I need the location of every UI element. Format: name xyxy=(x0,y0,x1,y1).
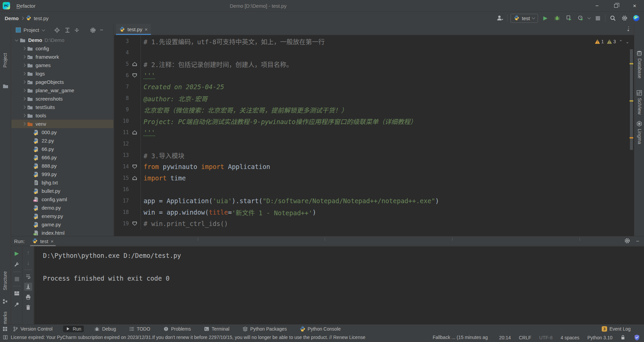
chevron-down-icon[interactable] xyxy=(42,28,45,31)
run-tab-test[interactable]: test × xyxy=(29,236,57,246)
warning-stripe-mark[interactable] xyxy=(630,100,633,102)
close-run-tab-icon[interactable]: × xyxy=(51,238,54,244)
run-button[interactable]: ▶ xyxy=(541,14,550,22)
tree-item-999-py[interactable]: 999.py xyxy=(11,170,114,178)
chevron-right-icon[interactable] xyxy=(21,98,27,100)
fold-marker-icon[interactable] xyxy=(129,130,141,134)
prev-warning-icon[interactable]: ⌃ xyxy=(619,39,623,44)
chevron-right-icon[interactable] xyxy=(21,81,27,83)
tree-item-index-html[interactable]: 5index.html xyxy=(11,229,114,236)
next-warning-icon[interactable]: ⌄ xyxy=(626,39,629,44)
license-message[interactable]: License expired: Your PyCharm subscripti… xyxy=(11,335,365,340)
line-number[interactable]: 8 xyxy=(114,95,129,101)
lock-icon[interactable] xyxy=(621,334,626,341)
line-number[interactable]: 6 xyxy=(114,72,129,78)
tree-item-demo-py[interactable]: demo.py xyxy=(11,204,114,212)
tree-item-22-py[interactable]: 22.py xyxy=(11,136,114,145)
toolwindow-terminal[interactable]: Terminal xyxy=(201,326,232,333)
close-tab-icon[interactable]: × xyxy=(145,26,148,32)
menu-refactor[interactable]: Refactor xyxy=(13,0,40,12)
fold-marker-icon[interactable] xyxy=(129,176,141,180)
tree-item-666-py[interactable]: 666.py xyxy=(11,153,114,162)
tree-item-demo[interactable]: DemoD:\Demo xyxy=(11,36,114,44)
line-number[interactable]: 11 xyxy=(114,129,129,135)
breadcrumb-project[interactable]: Demo xyxy=(5,15,19,21)
pin-tab-icon[interactable] xyxy=(13,300,21,308)
tree-item-000-py[interactable]: 000.py xyxy=(11,128,114,136)
user-account-icon[interactable] xyxy=(495,14,504,22)
stripe-sciview-button[interactable]: SciView xyxy=(637,98,642,115)
fallback-message[interactable]: Fallback ... (15 minutes ag xyxy=(433,335,509,340)
down-stack-trace-icon[interactable]: ↓ xyxy=(24,259,32,267)
tree-item-plane-war-game[interactable]: plane_war_game xyxy=(11,86,114,95)
warning-stripe-mark[interactable] xyxy=(630,63,633,64)
chevron-right-icon[interactable] xyxy=(21,89,27,92)
toolwindow-todo[interactable]: TODO xyxy=(126,326,153,333)
tree-item-screenshots[interactable]: screenshots xyxy=(11,95,114,103)
chevron-right-icon[interactable] xyxy=(21,56,27,58)
tree-item-game-py[interactable]: game.py xyxy=(11,220,114,229)
tree-item-tools[interactable]: tools xyxy=(11,111,114,120)
chevron-right-icon[interactable] xyxy=(21,72,27,75)
clear-console-trash-icon[interactable] xyxy=(24,303,32,311)
rerun-button[interactable]: ▶ xyxy=(13,249,21,258)
stripe-lingma-button[interactable]: Lingma xyxy=(637,129,642,144)
fold-marker-icon[interactable] xyxy=(129,62,141,66)
line-number[interactable]: 12 xyxy=(114,141,129,147)
ai-assistant-sphere-icon[interactable] xyxy=(632,14,641,22)
tree-item-venv[interactable]: venv xyxy=(11,120,114,128)
debug-button[interactable] xyxy=(553,14,561,22)
edit-configuration-wrench-icon[interactable] xyxy=(13,261,21,269)
panel-settings-gear-icon[interactable] xyxy=(89,26,97,34)
fold-marker-icon[interactable] xyxy=(129,73,141,77)
line-number[interactable]: 16 xyxy=(114,186,129,192)
toolwindow-python-console[interactable]: Python Console xyxy=(297,326,343,333)
fold-marker-icon[interactable] xyxy=(129,222,141,226)
warning-stripe-mark[interactable] xyxy=(630,137,633,138)
run-console-output[interactable]: D:\Python\python.exe D:/Demo/test.py Pro… xyxy=(34,246,644,324)
line-number[interactable]: 7 xyxy=(114,84,129,90)
editor-scrollbar[interactable] xyxy=(630,49,633,150)
hide-run-panel-icon[interactable]: − xyxy=(636,238,639,245)
search-everywhere-icon[interactable] xyxy=(608,14,617,22)
line-number[interactable]: 5 xyxy=(114,61,129,67)
tree-item-888-py[interactable]: 888.py xyxy=(11,162,114,170)
chevron-down-icon[interactable] xyxy=(13,40,19,41)
stripe-structure-button[interactable]: Structure xyxy=(2,271,8,290)
chevron-right-icon[interactable] xyxy=(21,114,27,117)
print-icon[interactable] xyxy=(24,293,32,301)
inspections-widget[interactable]: ! 1 ! 3 ⌃ ⌄ xyxy=(595,39,629,44)
stop-button[interactable] xyxy=(593,14,602,22)
restore-button[interactable] xyxy=(606,0,625,12)
coverage-button[interactable] xyxy=(565,14,573,22)
editor-options-kebab-icon[interactable]: ⋮• xyxy=(626,27,631,31)
tool-window-switcher-icon[interactable] xyxy=(0,326,10,332)
toolwindow-debug[interactable]: Debug xyxy=(92,326,118,333)
tree-item-config[interactable]: config xyxy=(11,44,114,53)
line-number[interactable]: 4 xyxy=(114,50,129,56)
chevron-right-icon[interactable] xyxy=(21,123,27,125)
stripe-database-button[interactable]: Database xyxy=(637,58,642,78)
encoding-widget[interactable]: UTF-8 xyxy=(539,335,553,340)
tree-item-pageobjects[interactable]: pageObjects xyxy=(11,78,114,86)
fold-marker-icon[interactable] xyxy=(129,165,141,169)
run-settings-gear-icon[interactable] xyxy=(624,237,631,245)
tab-test-py[interactable]: test.py × xyxy=(116,24,151,35)
line-number[interactable]: 14 xyxy=(114,164,129,170)
line-number[interactable]: 3 xyxy=(114,38,129,44)
tree-item-bjhg-txt[interactable]: bjhg.txt xyxy=(11,178,114,187)
toolwindow-version-control[interactable]: Version Control xyxy=(10,326,55,333)
minimize-button[interactable]: − xyxy=(588,0,606,12)
line-number[interactable]: 17 xyxy=(114,198,129,204)
tree-item-bullet-py[interactable]: bullet.py xyxy=(11,187,114,195)
line-number[interactable]: 19 xyxy=(114,221,129,227)
chevron-right-icon[interactable] xyxy=(21,64,27,66)
toolwindow-python-packages[interactable]: Python Packages xyxy=(240,326,289,333)
project-view-selector[interactable]: Project xyxy=(23,27,39,33)
tree-item-framework[interactable]: framework xyxy=(11,53,114,61)
line-number[interactable]: 18 xyxy=(114,209,129,215)
tree-item-testsuits[interactable]: testSuits xyxy=(11,103,114,111)
close-button[interactable]: × xyxy=(625,0,644,12)
soft-wrap-icon[interactable] xyxy=(24,272,32,280)
tree-item-66-py[interactable]: 66.py xyxy=(11,145,114,153)
